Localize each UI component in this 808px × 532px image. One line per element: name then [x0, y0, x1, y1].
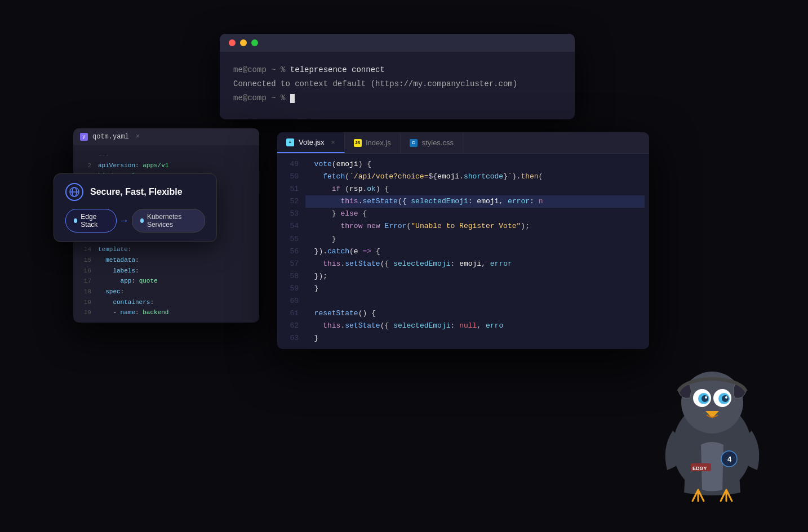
svg-point-16: [725, 396, 727, 399]
code-line-51: if (rsp.ok) {: [305, 183, 645, 195]
code-line-53: } else {: [305, 208, 645, 220]
code-line-57: this.setState({ selectedEmoji: emoji, er…: [305, 258, 645, 270]
code-line-60: [305, 295, 645, 307]
code-line-54: throw new Error("Unable to Register Vote…: [305, 220, 645, 233]
terminal-line-2: Connected to context default (https://my…: [233, 77, 561, 91]
yaml-line-19: 19 containers:: [73, 297, 259, 308]
edge-stack-btn[interactable]: Edge Stack: [65, 209, 117, 233]
code-lines: vote(emoji) { fetch(`/api/vote?choice=${…: [305, 158, 649, 345]
svg-text:EDGY: EDGY: [692, 466, 707, 471]
code-line-56: }).catch(e => {: [305, 245, 645, 258]
badge-title: Secure, Fast, Flexible: [90, 187, 183, 197]
svg-point-15: [705, 396, 707, 399]
terminal-body: me@comp ~ % telepresence connect Connect…: [220, 52, 575, 119]
badge-card: Secure, Fast, Flexible Edge Stack → Kube…: [54, 173, 217, 242]
code-line-58: });: [305, 270, 645, 283]
jsx-icon: ≡: [286, 138, 294, 146]
tab-styles-css[interactable]: C styles.css: [401, 133, 463, 153]
k8s-services-btn[interactable]: Kubernetes Services: [132, 209, 205, 233]
css-icon: C: [410, 139, 418, 147]
terminal-minimize-dot[interactable]: [240, 39, 247, 46]
globe-icon: [65, 183, 83, 201]
bird-mascot: 4 EDGY: [650, 335, 774, 504]
yaml-filename: qotm.yaml: [92, 133, 129, 141]
yaml-line-2: 2apiVersion: apps/v1: [73, 160, 259, 171]
yaml-close-btn[interactable]: ×: [136, 133, 140, 141]
terminal-close-dot[interactable]: [229, 39, 236, 46]
code-line-49: vote(emoji) {: [305, 158, 645, 171]
terminal-maximize-dot[interactable]: [251, 39, 258, 46]
flow-dot-1: [74, 218, 77, 223]
yaml-line-18: 18 spec:: [73, 287, 259, 297]
terminal-window: me@comp ~ % telepresence connect Connect…: [220, 34, 575, 119]
badge-header: Secure, Fast, Flexible: [65, 183, 205, 201]
terminal-titlebar: [220, 34, 575, 52]
yaml-titlebar: y qotm.yaml ×: [73, 128, 259, 145]
yaml-line-16: 16 labels:: [73, 266, 259, 276]
js-icon: JS: [354, 139, 362, 147]
bird-svg: 4 EDGY: [650, 335, 774, 504]
yaml-file-icon: y: [80, 133, 88, 141]
editor-body: 49 50 51 52 53 54 55 56 57 58 59 60 61 6…: [277, 154, 649, 349]
code-editor: ≡ Vote.jsx × JS index.js C styles.css 49…: [277, 132, 649, 349]
terminal-line-3: me@comp ~ %: [233, 91, 561, 105]
code-line-62: this.setState({ selectedEmoji: null, err…: [305, 320, 645, 332]
svg-point-14: [722, 395, 729, 402]
edge-stack-label: Edge Stack: [81, 213, 108, 229]
svg-point-13: [702, 395, 708, 402]
tab-index-js-label: index.js: [366, 138, 391, 147]
code-line-63: }: [305, 332, 645, 345]
editor-titlebar: ≡ Vote.jsx × JS index.js C styles.css: [277, 132, 649, 154]
tab-vote-jsx-close[interactable]: ×: [331, 138, 335, 146]
code-line-52: this.setState({ selectedEmoji: emoji, er…: [305, 195, 645, 208]
code-line-50: fetch(`/api/vote?choice=${emoji.shortcod…: [305, 171, 645, 183]
code-line-55: }: [305, 233, 645, 245]
yaml-line-17: 17 app: quote: [73, 276, 259, 287]
yaml-line-14: 14template:: [73, 244, 259, 255]
flow-dot-2: [140, 218, 144, 223]
terminal-cursor: [290, 94, 295, 103]
code-line-61: resetState() {: [305, 307, 645, 320]
tab-vote-jsx-label: Vote.jsx: [299, 138, 325, 146]
flow-arrow-icon: →: [121, 215, 127, 226]
yaml-line-20: 19 - name: backend: [73, 307, 259, 318]
k8s-services-label: Kubernetes Services: [147, 213, 197, 229]
tab-index-js[interactable]: JS index.js: [345, 133, 401, 153]
yaml-line-dots: ---: [73, 150, 259, 160]
tab-vote-jsx[interactable]: ≡ Vote.jsx ×: [277, 132, 345, 153]
line-numbers: 49 50 51 52 53 54 55 56 57 58 59 60 61 6…: [277, 158, 305, 345]
yaml-line-15: 15 metadata:: [73, 255, 259, 266]
badge-flow: Edge Stack → Kubernetes Services: [65, 209, 205, 233]
code-line-59: }: [305, 283, 645, 295]
svg-text:4: 4: [727, 455, 732, 463]
tab-styles-css-label: styles.css: [422, 138, 454, 147]
terminal-line-1: me@comp ~ % telepresence connect: [233, 63, 561, 77]
